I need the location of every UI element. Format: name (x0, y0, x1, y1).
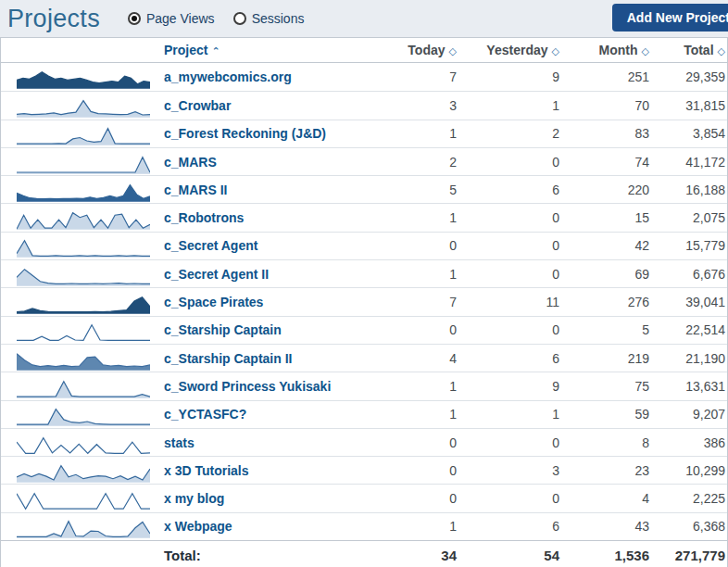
table-row[interactable]: c_Robotrons10152,075 (1, 203, 727, 231)
table-row[interactable]: c_Forest Reckoning (J&D)12833,854 (1, 120, 727, 147)
radio-page-views-label: Page Views (146, 11, 215, 26)
table-row[interactable]: c_MARS207441,172 (1, 147, 727, 175)
add-new-project-button[interactable]: Add New Project (612, 4, 728, 32)
table-row[interactable]: c_Space Pirates71127639,041 (1, 287, 727, 315)
project-link[interactable]: c_YCTASFC? (158, 407, 345, 422)
month-value: 74 (559, 155, 649, 170)
radio-unselected-icon[interactable] (233, 12, 246, 25)
radio-selected-icon[interactable] (128, 12, 141, 25)
project-link[interactable]: c_MARS (158, 155, 345, 170)
sort-icon[interactable]: ◇ (552, 45, 559, 57)
today-value: 1 (345, 407, 457, 422)
today-value: 5 (345, 183, 457, 197)
sort-asc-icon[interactable]: ⌃ (211, 45, 220, 57)
table-row[interactable]: c_MARS II5622016,188 (1, 175, 727, 203)
sparkline-chart (17, 210, 150, 230)
project-link[interactable]: c_MARS II (158, 183, 345, 197)
table-row[interactable]: a_mywebcomics.org7925129,359 (1, 63, 727, 91)
sort-icon[interactable]: ◇ (718, 45, 725, 57)
header-month[interactable]: Month◇ (559, 43, 649, 57)
total-value: 3,854 (649, 126, 727, 141)
project-link[interactable]: x 3D Tutorials (158, 463, 345, 478)
yesterday-value: 6 (457, 183, 559, 197)
project-link[interactable]: c_Forest Reckoning (J&D) (158, 126, 345, 141)
month-value: 23 (559, 463, 649, 478)
sparkline-chart (17, 351, 150, 371)
sparkline-cell (1, 65, 158, 89)
project-link[interactable]: stats (158, 435, 345, 450)
table-row[interactable]: c_Sword Princess Yukisaki197513,631 (1, 372, 727, 399)
today-value: 0 (345, 463, 457, 478)
view-toggle: Page Views Sessions (128, 11, 305, 26)
header-today[interactable]: Today◇ (345, 43, 457, 57)
table-row[interactable]: x 3D Tutorials032310,299 (1, 456, 727, 484)
month-value: 220 (559, 183, 649, 197)
table-row[interactable]: c_Starship Captain II4621921,190 (1, 344, 727, 372)
header-project[interactable]: Project⌃ (158, 43, 345, 57)
project-link[interactable]: c_Secret Agent (158, 238, 345, 253)
project-link[interactable]: c_Robotrons (158, 210, 345, 225)
page-title: Projects (7, 5, 100, 33)
table-row[interactable]: c_Secret Agent II10696,676 (1, 259, 727, 287)
radio-sessions[interactable]: Sessions (233, 11, 305, 26)
header-yesterday[interactable]: Yesterday◇ (457, 43, 559, 57)
table-row[interactable]: stats008386 (1, 428, 727, 456)
sparkline-chart (17, 295, 150, 314)
table-footer-row: Total: 34 54 1,536 271,779 (1, 540, 727, 567)
project-link[interactable]: c_Starship Captain (158, 322, 345, 337)
header-total[interactable]: Total◇ (649, 43, 727, 57)
radio-page-views[interactable]: Page Views (128, 11, 215, 26)
sparkline-cell (1, 206, 158, 230)
project-link[interactable]: c_Space Pirates (158, 295, 345, 309)
today-value: 1 (345, 126, 457, 141)
table-row[interactable]: c_YCTASFC?11599,207 (1, 400, 727, 428)
yesterday-value: 0 (457, 155, 559, 170)
table-row[interactable]: x my blog0042,225 (1, 484, 727, 511)
sparkline-chart (17, 491, 150, 510)
sparkline-cell (1, 178, 158, 202)
sparkline-chart (17, 155, 150, 174)
month-value: 69 (559, 267, 649, 282)
sparkline-chart (17, 463, 150, 483)
footer-total-value: 271,779 (649, 548, 727, 563)
project-link[interactable]: c_Crowbar (158, 98, 345, 113)
total-value: 31,815 (649, 98, 727, 113)
total-value: 9,207 (649, 407, 727, 422)
project-link[interactable]: x my blog (158, 491, 345, 506)
month-value: 59 (559, 407, 649, 422)
sparkline-cell (1, 94, 158, 118)
project-link[interactable]: x Webpage (158, 519, 345, 534)
sparkline-cell (1, 514, 158, 538)
month-value: 219 (559, 351, 649, 366)
sparkline-cell (1, 121, 158, 145)
table-row[interactable]: c_Starship Captain00522,514 (1, 316, 727, 344)
yesterday-value: 1 (457, 407, 559, 422)
today-value: 3 (345, 98, 457, 113)
project-link[interactable]: c_Sword Princess Yukisaki (158, 379, 345, 394)
project-link[interactable]: a_mywebcomics.org (158, 69, 345, 84)
month-value: 42 (559, 238, 649, 253)
yesterday-value: 1 (457, 98, 559, 113)
footer-today-value: 34 (345, 548, 457, 563)
sparkline-chart (17, 183, 150, 202)
yesterday-value: 0 (457, 238, 559, 253)
sort-icon[interactable]: ◇ (449, 45, 457, 57)
project-link[interactable]: c_Secret Agent II (158, 267, 345, 282)
today-value: 2 (345, 155, 457, 170)
total-value: 386 (649, 435, 727, 450)
month-value: 251 (559, 69, 649, 84)
table-row[interactable]: c_Secret Agent004215,779 (1, 232, 727, 259)
yesterday-value: 0 (457, 210, 559, 225)
table-row[interactable]: x Webpage16436,368 (1, 512, 727, 540)
sort-icon[interactable]: ◇ (642, 45, 649, 57)
sparkline-cell (1, 262, 158, 286)
sparkline-cell (1, 233, 158, 258)
today-value: 0 (345, 238, 457, 253)
project-link[interactable]: c_Starship Captain II (158, 351, 345, 366)
month-value: 4 (559, 491, 649, 506)
today-value: 7 (345, 69, 457, 84)
table-row[interactable]: c_Crowbar317031,815 (1, 91, 727, 119)
total-value: 16,188 (649, 183, 727, 197)
today-value: 1 (345, 379, 457, 394)
month-value: 83 (559, 126, 649, 141)
